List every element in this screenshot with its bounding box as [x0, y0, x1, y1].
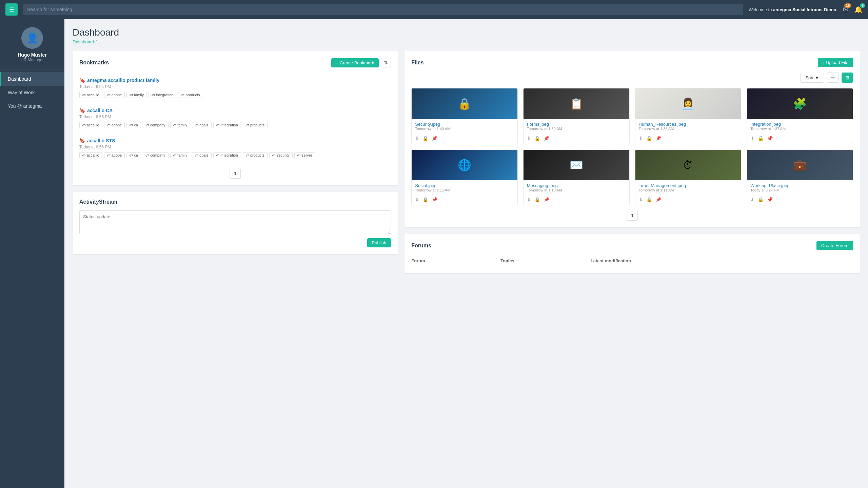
tag[interactable]: integration — [149, 92, 176, 98]
file-name[interactable]: Working_Place.jpeg — [750, 183, 849, 188]
status-input[interactable] — [79, 210, 391, 234]
tag[interactable]: server — [294, 152, 315, 158]
notifications-button[interactable]: 🔔 6 — [854, 5, 863, 14]
page-button-1[interactable]: 1 — [230, 169, 241, 179]
bookmark-item: 🔖 accallio CA Today at 6:55 PM accallio … — [79, 103, 391, 133]
files-page-button-1[interactable]: 1 — [627, 211, 638, 221]
search-input[interactable] — [23, 4, 743, 15]
menu-button[interactable]: ☰ — [5, 3, 18, 16]
bookmarks-sort-icon[interactable]: ⇅ — [381, 58, 391, 67]
tag[interactable]: company — [143, 152, 169, 158]
tag[interactable]: integration — [213, 122, 241, 128]
tag[interactable]: accallio — [79, 152, 102, 158]
file-card[interactable]: 🧩 Integration.jpeg Tomorrow at 1:37 AM ⬇… — [747, 88, 853, 144]
download-icon[interactable]: ⬇ — [639, 197, 643, 202]
lock-icon[interactable]: 🔒 — [534, 136, 540, 141]
file-actions: ⬇ 🔒 📌 — [412, 134, 517, 144]
bookmark-title-3[interactable]: 🔖 accallio STS — [79, 138, 391, 143]
tag[interactable]: adobe — [104, 152, 125, 158]
download-icon[interactable]: ⬇ — [415, 136, 419, 141]
upload-file-button[interactable]: ↑ Upload File — [818, 58, 853, 67]
tag[interactable]: goals — [192, 152, 211, 158]
lock-icon[interactable]: 🔒 — [534, 197, 540, 202]
tag[interactable]: family — [170, 122, 191, 128]
pin-icon[interactable]: 📌 — [655, 197, 661, 202]
topnav: ☰ Welcome to antegma Social Intranet Dem… — [0, 0, 868, 19]
tag[interactable]: ca — [126, 122, 141, 128]
lock-icon[interactable]: 🔒 — [758, 197, 764, 202]
file-name[interactable]: Time_Management.jpeg — [639, 183, 738, 188]
file-name[interactable]: Human_Resources.jpeg — [639, 122, 738, 127]
download-icon[interactable]: ⬇ — [750, 197, 754, 202]
sidebar-item-way-of-work[interactable]: Way of Work — [0, 86, 64, 99]
sidebar-item-you-at-antegma[interactable]: You @ antegma — [0, 99, 64, 113]
sidebar-item-dashboard[interactable]: Dashboard — [0, 72, 64, 86]
file-date: Tomorrow at 1:40 AM — [415, 127, 514, 131]
file-name[interactable]: Security.jpeg — [415, 122, 514, 127]
tag[interactable]: products — [243, 122, 268, 128]
bookmark-icon: 🔖 — [79, 138, 85, 143]
file-card[interactable]: ⏱ Time_Management.jpeg Tomorrow at 1:11 … — [635, 149, 742, 205]
tag[interactable]: accallio — [79, 92, 102, 98]
lock-icon[interactable]: 🔒 — [422, 197, 428, 202]
file-thumbnail: 🌐 — [412, 150, 517, 180]
pin-icon[interactable]: 📌 — [544, 136, 549, 141]
sort-button[interactable]: Sort ▼ — [800, 73, 824, 83]
activity-stream-card: ActivityStream Publish — [73, 192, 398, 254]
bookmark-title-2[interactable]: 🔖 accallio CA — [79, 108, 391, 113]
file-name[interactable]: Social.jpeg — [415, 183, 514, 188]
tag[interactable]: integration — [213, 152, 241, 158]
tag[interactable]: accallio — [79, 122, 102, 128]
bookmark-title-1[interactable]: 🔖 antegma accallio product family — [79, 78, 391, 83]
file-card[interactable]: 👩‍💼 Human_Resources.jpeg Tomorrow at 1:3… — [635, 88, 742, 144]
grid-view-button[interactable]: ⊞ — [842, 73, 853, 83]
messages-badge: 18 — [844, 3, 851, 8]
file-card[interactable]: ✉️ Messaging.jpeg Tomorrow at 1:13 AM ⬇ … — [523, 149, 630, 205]
download-icon[interactable]: ⬇ — [527, 197, 531, 202]
tag[interactable]: goals — [192, 122, 211, 128]
forum-col-topics: Topics — [500, 256, 591, 266]
tag[interactable]: products — [178, 92, 203, 98]
tag[interactable]: adobe — [104, 92, 125, 98]
lock-icon[interactable]: 🔒 — [422, 136, 428, 141]
file-thumbnail: 📋 — [524, 88, 629, 119]
file-name[interactable]: Forms.jpeg — [527, 122, 626, 127]
publish-button[interactable]: Publish — [367, 238, 391, 247]
pin-icon[interactable]: 📌 — [432, 197, 437, 202]
create-bookmark-button[interactable]: + Create Bookmark — [331, 58, 379, 67]
download-icon[interactable]: ⬇ — [750, 136, 754, 141]
file-card[interactable]: 🔒 Security.jpeg Tomorrow at 1:40 AM ⬇ 🔒 … — [411, 88, 518, 144]
file-card[interactable]: 🌐 Social.jpeg Tomorrow at 1:15 AM ⬇ 🔒 📌 — [411, 149, 518, 205]
tag[interactable]: adobe — [104, 122, 125, 128]
file-card[interactable]: 💼 Working_Place.jpeg Today at 6:27 PM ⬇ … — [747, 149, 853, 205]
tag[interactable]: security — [269, 152, 293, 158]
pin-icon[interactable]: 📌 — [432, 136, 437, 141]
pin-icon[interactable]: 📌 — [767, 197, 773, 202]
pin-icon[interactable]: 📌 — [767, 136, 773, 141]
file-info: Social.jpeg Tomorrow at 1:15 AM — [412, 180, 517, 196]
file-actions: ⬇ 🔒 📌 — [412, 196, 517, 205]
lock-icon[interactable]: 🔒 — [646, 136, 652, 141]
lock-icon[interactable]: 🔒 — [646, 197, 652, 202]
file-name[interactable]: Messaging.jpeg — [527, 183, 626, 188]
menu-icon: ☰ — [9, 6, 14, 13]
tag[interactable]: family — [170, 152, 191, 158]
main-content: Dashboard Dashboard / Bookmarks + Create… — [64, 19, 868, 488]
pin-icon[interactable]: 📌 — [655, 136, 661, 141]
list-view-button[interactable]: ☰ — [827, 73, 839, 83]
tag[interactable]: company — [143, 122, 169, 128]
download-icon[interactable]: ⬇ — [527, 136, 531, 141]
download-icon[interactable]: ⬇ — [639, 136, 643, 141]
lock-icon[interactable]: 🔒 — [758, 136, 764, 141]
file-name[interactable]: Integration.jpeg — [750, 122, 849, 127]
tag[interactable]: family — [126, 92, 147, 98]
breadcrumb-link[interactable]: Dashboard — [73, 39, 94, 44]
file-actions: ⬇ 🔒 📌 — [747, 134, 853, 144]
create-forum-button[interactable]: Create Forum — [816, 241, 853, 250]
tag[interactable]: ca — [126, 152, 141, 158]
download-icon[interactable]: ⬇ — [415, 197, 419, 202]
file-card[interactable]: 📋 Forms.jpeg Tomorrow at 1:39 AM ⬇ 🔒 📌 — [523, 88, 630, 144]
tag[interactable]: products — [243, 152, 268, 158]
pin-icon[interactable]: 📌 — [544, 197, 549, 202]
messages-button[interactable]: ✉ 18 — [843, 5, 849, 14]
